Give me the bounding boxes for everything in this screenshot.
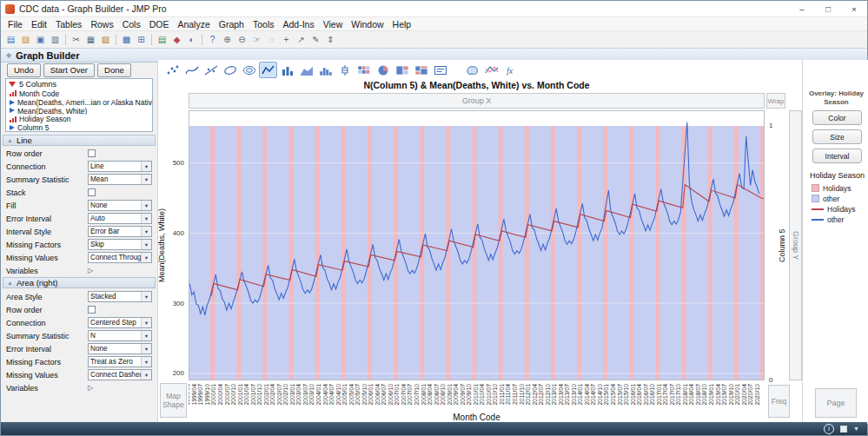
undo-button[interactable]: Undo — [7, 63, 41, 77]
analyze-icon[interactable]: ◆ — [169, 33, 184, 46]
info-icon[interactable]: i — [824, 424, 834, 434]
menu-rows[interactable]: Rows — [86, 19, 117, 30]
cut-icon[interactable]: ✂ — [69, 33, 83, 46]
menu-window[interactable]: Window — [347, 19, 388, 30]
missing-factors-dropdown[interactable]: Skip▼ — [88, 239, 152, 250]
column-item-mean-deaths-white[interactable]: Mean(Deaths, White) — [6, 107, 152, 116]
line-of-fit-icon[interactable] — [202, 62, 220, 78]
scroll-tool-icon[interactable]: ⇕ — [323, 33, 338, 46]
data-table-icon[interactable]: ▤ — [155, 33, 169, 46]
smoother-icon[interactable] — [182, 62, 201, 78]
menu-add-ins[interactable]: Add-Ins — [278, 19, 318, 30]
open-icon[interactable]: ▨ — [18, 33, 33, 46]
menu-file[interactable]: File — [3, 19, 27, 30]
fill-dropdown[interactable]: None▼ — [88, 200, 152, 211]
collapse-triangle-icon[interactable]: ▲ — [7, 137, 13, 143]
caption-box-icon[interactable] — [431, 62, 449, 78]
paste-icon[interactable]: ▧ — [98, 33, 113, 46]
contour-icon[interactable] — [240, 62, 258, 78]
x-axis-ticks[interactable]: 1999/011999/041999/071999/102000/012000/… — [189, 381, 765, 413]
histogram-icon[interactable] — [316, 62, 335, 78]
wrap-dropzone[interactable]: Wrap — [766, 93, 785, 109]
menu-graph[interactable]: Graph — [215, 19, 248, 30]
heatmap-icon[interactable] — [354, 62, 373, 78]
formula-icon[interactable]: fx — [501, 62, 520, 78]
pie-icon[interactable] — [374, 62, 392, 78]
menu-cols[interactable]: Cols — [118, 19, 145, 30]
area-icon[interactable] — [297, 62, 315, 78]
row-order-checkbox[interactable] — [88, 306, 96, 314]
map-shapes-icon[interactable] — [463, 62, 481, 78]
missing-values-dropdown[interactable]: Connect Through▼ — [88, 252, 152, 263]
maximize-button[interactable]: □ — [815, 2, 841, 17]
error-interval-dropdown[interactable]: None▼ — [88, 343, 152, 354]
legend-item-holidays[interactable]: Holidays — [812, 183, 851, 193]
copy-icon[interactable]: ▦ — [83, 33, 98, 46]
pencil-tool-icon[interactable]: ✎ — [308, 33, 323, 46]
interval-style-dropdown[interactable]: Error Bar▼ — [88, 226, 152, 237]
line-section-header[interactable]: ▲ Line — [3, 135, 156, 146]
crosshair-tool-icon[interactable]: + — [279, 33, 294, 46]
zoom-out-icon[interactable]: ⊖ — [235, 33, 249, 46]
menu-tools[interactable]: Tools — [248, 19, 279, 30]
graph-icon[interactable]: ◐ — [184, 33, 199, 46]
done-button[interactable]: Done — [97, 63, 131, 77]
area-section-header[interactable]: ▲ Area (right) — [3, 277, 156, 288]
menu-tables[interactable]: Tables — [51, 19, 86, 30]
page-dropzone[interactable]: Page — [815, 388, 857, 418]
print-icon[interactable]: ▥ — [48, 33, 63, 46]
window-icon[interactable] — [840, 426, 847, 433]
legend-item-other[interactable]: other — [812, 215, 844, 224]
column-item-holiday-season[interactable]: Holiday Season — [6, 115, 152, 123]
bar-icon[interactable] — [278, 62, 296, 78]
layout-icon[interactable]: ⊞ — [134, 33, 149, 46]
plot-canvas[interactable] — [189, 110, 765, 380]
legend-item-holidays[interactable]: Holidays — [812, 204, 856, 214]
minimize-button[interactable]: – — [789, 2, 815, 17]
menu-analyze[interactable]: Analyze — [173, 19, 214, 30]
save-icon[interactable]: ▣ — [33, 33, 48, 46]
summary-statistic-dropdown[interactable]: N▼ — [88, 330, 152, 341]
zoom-in-icon[interactable]: ⊕ — [220, 33, 235, 46]
variables-disclosure[interactable]: ▷ — [88, 384, 93, 392]
menu-doe[interactable]: DOE — [145, 19, 174, 30]
group-y-dropzone[interactable]: Group Y — [789, 110, 802, 380]
connection-dropdown[interactable]: Centered Step▼ — [88, 317, 152, 328]
freq-dropzone[interactable]: Freq — [768, 385, 790, 418]
box-plot-icon[interactable] — [335, 62, 354, 78]
journal-icon[interactable]: ▩ — [119, 33, 134, 46]
line-icon[interactable] — [259, 62, 277, 78]
help-icon[interactable]: ? — [205, 33, 220, 46]
parallel-plot-icon[interactable] — [482, 62, 500, 78]
group-x-dropzone[interactable]: Group X — [189, 93, 765, 109]
row-order-checkbox[interactable] — [88, 149, 96, 157]
dropdown-caret-icon[interactable]: ▼ — [853, 422, 859, 435]
points-icon[interactable] — [163, 62, 182, 78]
ellipse-icon[interactable] — [221, 62, 239, 78]
menu-view[interactable]: View — [319, 19, 348, 30]
variables-disclosure[interactable]: ▷ — [88, 267, 93, 274]
column-item-month-code[interactable]: Month Code — [6, 89, 152, 98]
treemap-icon[interactable] — [393, 62, 411, 78]
column-item-mean-deaths-ameri-ian-or-alaska-native[interactable]: Mean(Deaths, Ameri...ian or Alaska Nativ… — [6, 98, 152, 107]
start-over-button[interactable]: Start Over — [43, 63, 95, 77]
column-item-column-5[interactable]: Column 5 — [6, 123, 152, 132]
filter-funnel-icon[interactable] — [9, 82, 16, 87]
missing-values-dropdown[interactable]: Connect Dashed▼ — [88, 369, 152, 380]
legend-item-other[interactable]: other — [812, 194, 839, 203]
error-interval-dropdown[interactable]: Auto▼ — [88, 213, 152, 224]
size-button[interactable]: Size — [812, 129, 862, 144]
y-axis-ticks[interactable]: 500400300200 — [165, 110, 186, 380]
close-button[interactable]: × — [841, 2, 867, 17]
area-style-dropdown[interactable]: Stacked▼ — [88, 291, 152, 302]
connection-dropdown[interactable]: Line▼ — [88, 161, 152, 172]
stack-checkbox[interactable] — [88, 188, 96, 196]
map-shape-dropzone[interactable]: Map Shape — [160, 383, 187, 418]
disclosure-icon[interactable]: ◆ — [6, 51, 11, 59]
mosaic-icon[interactable] — [412, 62, 430, 78]
lasso-tool-icon[interactable]: ◌ — [264, 33, 279, 46]
interval-button[interactable]: Interval — [812, 149, 862, 163]
menu-edit[interactable]: Edit — [27, 19, 51, 30]
summary-statistic-dropdown[interactable]: Mean▼ — [88, 174, 152, 185]
arrow-tool-icon[interactable]: ↗ — [294, 33, 308, 46]
